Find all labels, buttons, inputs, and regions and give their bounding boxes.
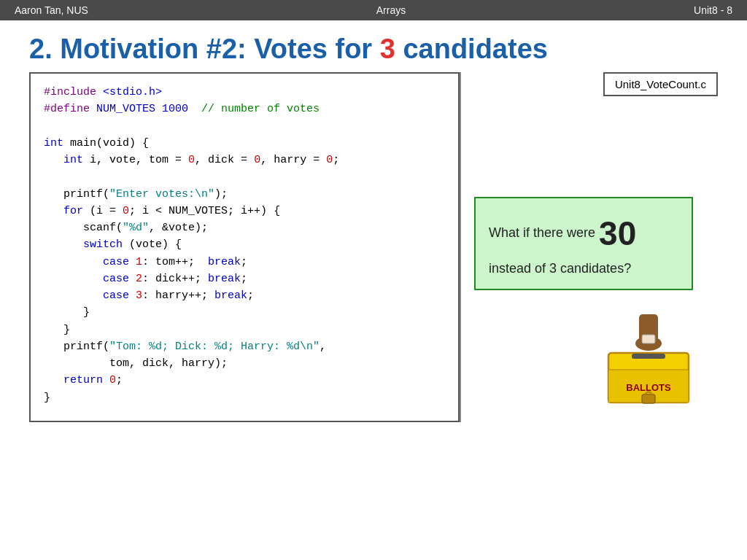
header-left: Aaron Tan, NUS xyxy=(15,4,88,16)
main-content: #include <stdio.h> #define NUM_VOTES 100… xyxy=(0,72,747,422)
code-line-8: for (i = 0; i < NUM_VOTES; i++) { xyxy=(44,203,445,219)
code-line-7: printf("Enter votes:\n"); xyxy=(44,186,445,203)
code-line-13: case 3: harry++; break; xyxy=(44,287,445,304)
hand-group xyxy=(635,314,662,351)
svg-rect-6 xyxy=(642,394,655,403)
filename-badge: Unit8_VoteCount.c xyxy=(603,72,718,96)
vertical-divider xyxy=(460,72,461,422)
code-line-19: } xyxy=(44,389,445,406)
callout-text-after: instead of 3 candidates? xyxy=(489,261,631,276)
title-highlight: 3 xyxy=(380,34,395,64)
code-line-17: tom, dick, harry); xyxy=(44,355,445,372)
callout-big-number: 30 xyxy=(599,214,636,252)
callout-box: What if there were 30 instead of 3 candi… xyxy=(474,197,693,290)
code-line-5: int i, vote, tom = 0, dick = 0, harry = … xyxy=(44,152,445,168)
code-line-4: int main(void) { xyxy=(44,135,445,152)
code-line-12: case 2: dick++; break; xyxy=(44,271,445,287)
header-center: Arrays xyxy=(376,4,406,16)
code-line-16: printf("Tom: %d; Dick: %d; Harry: %d\n", xyxy=(44,338,445,355)
ballot-svg: BALLOTS xyxy=(601,313,696,408)
svg-rect-5 xyxy=(632,354,665,359)
title-before: 2. Motivation #2: Votes for xyxy=(29,34,380,64)
svg-rect-2 xyxy=(642,335,655,343)
code-line-6 xyxy=(44,168,445,185)
code-line-3 xyxy=(44,118,445,135)
code-line-10: switch (vote) { xyxy=(44,236,445,253)
code-line-18: return 0; xyxy=(44,372,445,389)
code-line-15: } xyxy=(44,322,445,338)
ballot-illustration: BALLOTS xyxy=(601,313,696,408)
title-after: candidates xyxy=(395,34,548,64)
code-line-2: #define NUM_VOTES 1000 // number of vote… xyxy=(44,101,445,117)
callout-text-before: What if there were xyxy=(489,225,599,240)
header-bar: Aaron Tan, NUS Arrays Unit8 - 8 xyxy=(0,0,747,20)
code-line-11: case 1: tom++; break; xyxy=(44,254,445,271)
page-title: 2. Motivation #2: Votes for 3 candidates xyxy=(0,20,747,72)
code-line-9: scanf("%d", &vote); xyxy=(44,219,445,236)
right-panel: Unit8_VoteCount.c What if there were 30 … xyxy=(474,72,718,422)
code-line-1: #include <stdio.h> xyxy=(44,84,445,101)
code-box: #include <stdio.h> #define NUM_VOTES 100… xyxy=(29,72,460,422)
header-right: Unit8 - 8 xyxy=(694,4,732,16)
code-line-14: } xyxy=(44,304,445,321)
